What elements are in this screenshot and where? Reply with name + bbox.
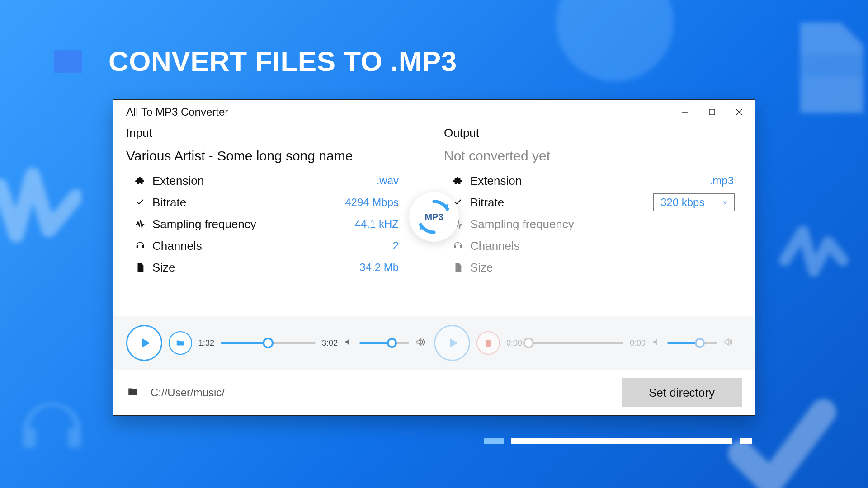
input-file-title: Various Artist - Some long song name <box>126 148 424 164</box>
input-current-time: 1:32 <box>198 338 214 348</box>
file-icon <box>452 262 464 273</box>
bg-headphones-icon <box>14 393 90 470</box>
puzzle-icon <box>452 175 464 187</box>
headphones-icon <box>452 240 464 252</box>
input-prop-sampling: Sampling frequency 44.1 kHZ <box>126 213 424 235</box>
bg-circle <box>556 0 674 81</box>
input-prop-size: Size 34.2 Mb <box>126 257 424 278</box>
close-button[interactable] <box>726 102 753 122</box>
input-play-button[interactable] <box>126 325 162 361</box>
output-prop-extension: Extension .mp3 <box>444 170 742 192</box>
output-prop-sampling: Sampling frequency <box>444 213 742 235</box>
output-volume-knob[interactable] <box>695 338 705 348</box>
output-prop-size: Size <box>444 257 742 278</box>
check-icon <box>134 197 146 208</box>
trash-icon <box>483 338 494 348</box>
input-total-time: 3:02 <box>322 338 338 348</box>
bg-wave2-icon <box>778 217 850 289</box>
window-title: All To MP3 Converter <box>126 106 228 118</box>
output-prop-channels: Channels <box>444 235 742 257</box>
volume-low-icon <box>344 338 353 348</box>
input-open-folder-button[interactable] <box>169 331 192 355</box>
file-icon <box>134 262 146 273</box>
output-prop-bitrate: Bitrate 320 kbps <box>444 192 742 213</box>
bg-file-icon <box>773 14 868 122</box>
input-seek-slider[interactable] <box>221 342 316 344</box>
svg-rect-0 <box>709 109 715 115</box>
output-bitrate-value: 320 kbps <box>660 196 704 209</box>
folder-icon <box>126 386 140 399</box>
promo-square <box>54 50 82 73</box>
output-volume-slider[interactable] <box>667 342 717 344</box>
puzzle-icon <box>134 175 146 187</box>
output-heading: Output <box>444 126 742 140</box>
refresh-icon <box>414 197 454 237</box>
footer: C://User/music/ Set directory <box>113 370 755 415</box>
player-strip: 1:32 3:02 0:00 <box>113 316 755 370</box>
convert-badge[interactable]: MP3 <box>409 192 459 242</box>
output-current-time: 0:00 <box>506 338 522 348</box>
volume-low-icon <box>652 338 661 348</box>
waveform-icon <box>134 218 146 230</box>
output-total-time: 0:00 <box>630 338 646 348</box>
input-player: 1:32 3:02 <box>126 325 434 361</box>
window-controls <box>671 102 753 122</box>
input-seek-fill <box>221 342 268 344</box>
bg-wave-icon <box>0 154 81 262</box>
output-panel: Output Not converted yet Extension .mp3 … <box>424 124 742 316</box>
titlebar: All To MP3 Converter <box>113 100 755 124</box>
promo-page-indicator <box>484 438 752 444</box>
input-heading: Input <box>126 126 424 140</box>
output-play-button[interactable] <box>434 325 470 361</box>
promo-title: CONVERT FILES TO .MP3 <box>108 45 457 77</box>
volume-high-icon <box>723 338 732 348</box>
minimize-button[interactable] <box>671 102 698 122</box>
maximize-button[interactable] <box>698 102 726 122</box>
input-panel: Input Various Artist - Some long song na… <box>126 124 424 316</box>
input-prop-extension: Extension .wav <box>126 170 424 192</box>
output-seek-slider[interactable] <box>528 342 623 344</box>
output-path: C://User/music/ <box>151 386 225 399</box>
output-delete-button[interactable] <box>476 331 500 355</box>
folder-icon <box>175 338 186 348</box>
output-seek-knob[interactable] <box>523 338 534 348</box>
input-seek-knob[interactable] <box>263 338 274 348</box>
chevron-down-icon <box>721 198 729 206</box>
input-volume-knob[interactable] <box>387 338 397 348</box>
app-window: All To MP3 Converter Input Various Artis… <box>113 99 755 416</box>
headphones-icon <box>134 240 146 252</box>
input-volume-slider[interactable] <box>359 342 409 344</box>
input-prop-channels: Channels 2 <box>126 235 424 257</box>
volume-high-icon <box>415 338 425 348</box>
output-player: 0:00 0:00 <box>434 325 742 361</box>
play-icon <box>139 335 152 351</box>
output-file-title: Not converted yet <box>444 148 742 164</box>
output-bitrate-select[interactable]: 320 kbps <box>653 193 735 211</box>
set-directory-button[interactable]: Set directory <box>622 378 742 407</box>
play-icon <box>447 335 460 351</box>
input-prop-bitrate: Bitrate 4294 Mbps <box>126 192 424 213</box>
